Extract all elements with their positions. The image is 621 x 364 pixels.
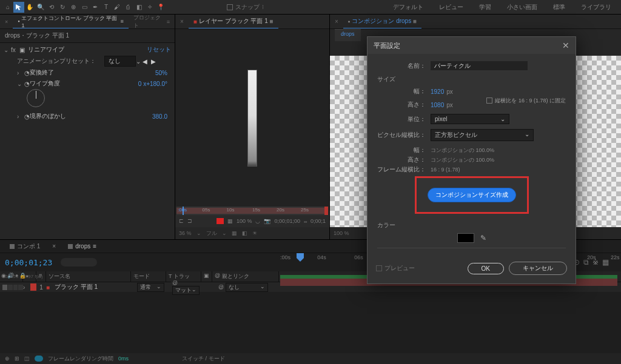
close-panel-icon[interactable]: ×: [330, 15, 343, 28]
layer-canvas[interactable]: [175, 29, 329, 207]
pane-icon[interactable]: ◫: [24, 356, 30, 362]
layer-search-input[interactable]: [61, 258, 97, 266]
current-time-display[interactable]: 0;00;01;23: [5, 258, 52, 267]
twirl-right-icon[interactable]: ›: [17, 113, 24, 120]
unit-dropdown[interactable]: pixel ⌄: [431, 114, 509, 124]
twirl-down-icon[interactable]: ⌄: [4, 47, 11, 53]
color-swatch[interactable]: [457, 233, 474, 243]
timeline-tab-drops[interactable]: drops ≡: [62, 240, 102, 253]
selection-tool-icon[interactable]: [13, 2, 24, 13]
source-name-column[interactable]: ソース名: [46, 271, 131, 282]
tab-layer-viewer[interactable]: ■ レイヤー ブラック 平面 1 ≡: [189, 15, 278, 28]
brush-tool-icon[interactable]: 🖌: [112, 2, 123, 13]
out-point-icon[interactable]: ⊐: [187, 218, 192, 224]
zoom-tool-icon[interactable]: 🔍: [35, 2, 46, 13]
preview-checkbox[interactable]: プレビュー: [376, 264, 415, 273]
chevron-down-icon[interactable]: ⌄: [136, 58, 141, 65]
preset-prev-icon[interactable]: ◀: [141, 58, 149, 65]
render-toggle[interactable]: [35, 356, 43, 362]
layer-name[interactable]: ブラック 平面 1: [52, 283, 137, 291]
mask-icon[interactable]: ▣: [19, 47, 28, 53]
twirl-right-icon[interactable]: ›: [23, 284, 30, 291]
workspace-library[interactable]: ライブラリ: [574, 2, 619, 13]
parent-column[interactable]: 親とリンク: [222, 273, 249, 280]
close-panel-icon[interactable]: ×: [175, 15, 189, 28]
resolution-dropdown[interactable]: フル: [206, 230, 217, 237]
stopwatch-icon[interactable]: ◔: [24, 70, 30, 76]
stopwatch-icon[interactable]: ◔: [24, 81, 30, 87]
tab-menu-icon[interactable]: ≡: [93, 243, 96, 250]
pickwhip-icon[interactable]: @: [218, 284, 224, 290]
blend-mode-dropdown[interactable]: 通常⌄: [137, 283, 164, 292]
tab-project[interactable]: プロジェクト ≡: [129, 15, 175, 28]
alpha-icon[interactable]: ▦: [227, 218, 233, 224]
ok-button[interactable]: OK: [468, 263, 504, 274]
zoom-percent[interactable]: 36 %: [179, 230, 192, 236]
playhead-icon[interactable]: [295, 253, 305, 264]
tab-menu-icon[interactable]: ≡: [120, 18, 123, 24]
timeline-tab-comp1[interactable]: コンポ 1: [4, 240, 46, 253]
toggle-switches-icon[interactable]: ⊕: [5, 356, 10, 362]
preset-dropdown[interactable]: なし: [104, 56, 136, 67]
puppet-tool-icon[interactable]: 📍: [155, 2, 166, 13]
workspace-standard[interactable]: 標準: [546, 2, 572, 13]
pen-tool-icon[interactable]: ✒: [90, 2, 101, 13]
angle-control[interactable]: [27, 89, 45, 107]
height-input[interactable]: 1080: [431, 102, 444, 108]
pickwhip-icon[interactable]: @: [172, 280, 178, 286]
stopwatch-icon[interactable]: ◔: [24, 113, 30, 120]
fx-badge-icon[interactable]: fx: [11, 47, 19, 53]
layer-color-label[interactable]: [30, 283, 36, 291]
time-display[interactable]: 0;00;01;00: [274, 218, 300, 224]
close-icon[interactable]: ✕: [562, 41, 569, 50]
rotate-tool-icon[interactable]: ↻: [57, 2, 68, 13]
camera-icon[interactable]: 📷: [264, 218, 270, 224]
parent-dropdown[interactable]: なし⌄: [226, 283, 268, 292]
workspace-learn[interactable]: 学習: [472, 2, 498, 13]
flowchart-tab[interactable]: drops: [335, 29, 361, 41]
tab-menu-icon[interactable]: ≡: [270, 18, 274, 25]
zoom-percent[interactable]: 100 %: [334, 230, 349, 236]
twirl-down-icon[interactable]: ⌄: [17, 81, 24, 87]
effect-item[interactable]: ⌄ fx ▣ リニアワイプ リセット: [1, 44, 173, 55]
render-percent[interactable]: 100 %: [237, 218, 252, 224]
tab-menu-icon[interactable]: ≡: [413, 18, 417, 25]
playhead-icon[interactable]: [183, 207, 184, 215]
toggle-modes-icon[interactable]: ⊞: [15, 356, 19, 362]
mini-timeline[interactable]: :00s 05s 10s 15s 20s 25s: [176, 207, 328, 215]
anchor-tool-icon[interactable]: ⊕: [68, 2, 79, 13]
width-input[interactable]: 1920: [431, 88, 444, 95]
close-tab-icon[interactable]: ×: [46, 240, 62, 253]
tab-composition[interactable]: ▪ コンポジション drops ≡: [343, 15, 421, 28]
dialog-titlebar[interactable]: 平面設定 ✕: [368, 37, 576, 54]
eraser-tool-icon[interactable]: ◧: [133, 2, 144, 13]
switches-modes-toggle[interactable]: スイッチ / モード: [182, 355, 225, 363]
mode-column[interactable]: モード: [131, 271, 166, 282]
twirl-right-icon[interactable]: ›: [17, 70, 24, 76]
roto-tool-icon[interactable]: ✧: [144, 2, 155, 13]
text-tool-icon[interactable]: T: [101, 2, 112, 13]
reset-link[interactable]: リセット: [147, 45, 171, 54]
name-field[interactable]: [431, 61, 528, 70]
exposure-icon[interactable]: ☀: [252, 230, 257, 236]
hand-tool-icon[interactable]: ✋: [24, 2, 35, 13]
tab-effect-controls[interactable]: ▪ エフェクトコントロール ブラック 平面 1 ≡: [13, 15, 128, 28]
channel-icon[interactable]: ◧: [242, 230, 247, 236]
in-point-icon[interactable]: ⊏: [179, 218, 184, 224]
preset-next-icon[interactable]: ▶: [149, 58, 158, 65]
pixel-aspect-dropdown[interactable]: 正方形ピクセル ⌄: [431, 129, 534, 141]
work-area-end[interactable]: [324, 207, 328, 215]
close-panel-icon[interactable]: ×: [0, 15, 13, 28]
lock-aspect-checkbox[interactable]: 縦横比を 16 : 9 (1.78) に固定: [486, 87, 566, 114]
tab-menu-icon[interactable]: ≡: [167, 19, 170, 25]
make-comp-size-button[interactable]: コンポジションサイズ作成: [428, 188, 516, 202]
workspace-review[interactable]: レビュー: [432, 2, 471, 13]
eyedropper-icon[interactable]: ✎: [480, 234, 486, 242]
track-matte-dropdown[interactable]: マット⌄: [172, 286, 200, 295]
rect-tool-icon[interactable]: ▭: [79, 2, 90, 13]
workspace-default[interactable]: デフォルト: [386, 2, 431, 13]
visibility-toggle[interactable]: [2, 285, 7, 290]
grid-icon[interactable]: ▦: [232, 230, 237, 236]
orbit-tool-icon[interactable]: ⟲: [46, 2, 57, 13]
stamp-tool-icon[interactable]: ⎙: [123, 2, 133, 13]
